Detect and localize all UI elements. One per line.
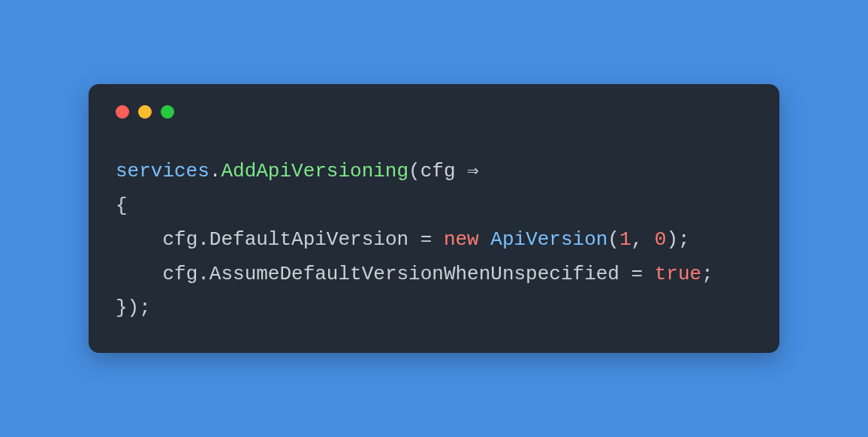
close-icon[interactable]: [116, 105, 129, 119]
code-indent: [116, 228, 162, 251]
code-token-number: 0: [655, 228, 667, 251]
code-indent: [116, 263, 162, 285]
code-token-punct: ;: [139, 297, 151, 319]
code-token-arrow: ⇒: [456, 160, 479, 182]
code-token-prop: DefaultApiVersion: [209, 228, 408, 251]
code-token-punct: ,: [631, 228, 655, 251]
code-token-param: cfg: [420, 160, 456, 182]
code-token-method: AddApiVersioning: [221, 160, 408, 182]
code-token-punct: (: [607, 228, 619, 251]
code-token-param: cfg: [162, 228, 197, 251]
code-token-punct: [479, 228, 491, 251]
code-token-punct: .: [197, 228, 209, 251]
code-token-punct: =: [408, 228, 444, 251]
code-token-punct: (: [408, 160, 420, 182]
code-token-keyword: new: [444, 228, 479, 251]
code-token-punct: ;: [678, 228, 690, 251]
code-window: services.AddApiVersioning(cfg ⇒ { cfg.De…: [89, 84, 779, 353]
code-token-boolean: true: [655, 263, 701, 285]
code-token-param: cfg: [162, 263, 197, 285]
code-token-punct: }: [116, 297, 128, 319]
code-token-type: ApiVersion: [490, 228, 607, 251]
maximize-icon[interactable]: [161, 105, 174, 119]
code-token-prop: AssumeDefaultVersionWhenUnspecified: [209, 263, 619, 285]
minimize-icon[interactable]: [138, 105, 152, 119]
code-token-punct: .: [209, 160, 222, 182]
window-titlebar: [116, 105, 752, 119]
code-token-punct: =: [619, 263, 655, 285]
code-token-punct: {: [116, 194, 128, 217]
code-token-number: 1: [619, 228, 631, 251]
code-token-punct: ): [666, 228, 678, 251]
code-block: services.AddApiVersioning(cfg ⇒ { cfg.De…: [116, 155, 752, 326]
code-token-punct: .: [197, 263, 209, 285]
code-token-punct: ): [128, 297, 140, 319]
code-token-punct: ;: [701, 263, 713, 285]
code-token-object: services: [116, 160, 209, 182]
